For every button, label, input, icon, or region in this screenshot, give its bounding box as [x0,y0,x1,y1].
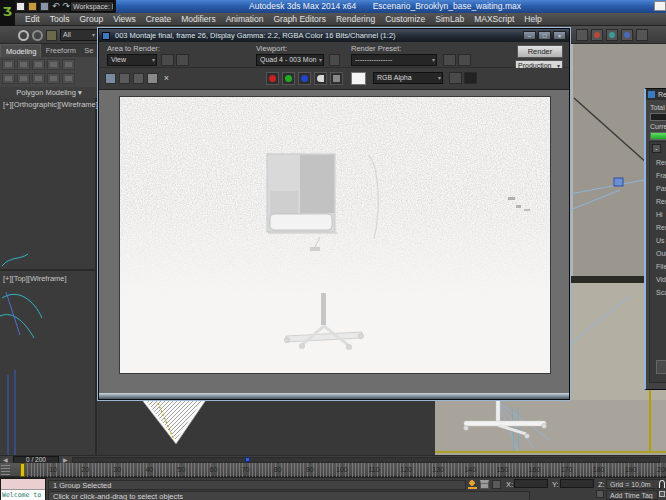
polygon-tool-icon[interactable] [32,59,45,70]
polygon-tool-icon[interactable] [2,73,15,84]
maximize-icon[interactable]: □ [538,31,551,40]
menu-item[interactable]: Rendering [331,14,380,24]
pan-view-icon[interactable] [659,480,665,488]
chevron-down-icon: ▾ [319,55,322,65]
viewport-orthographic[interactable]: [+][Orthographic][Wireframe] [+][Top][Wi… [0,98,97,455]
unlink-selection-icon[interactable] [32,30,43,41]
ruler-tick-label: 30 [101,466,133,476]
listener-macro-row[interactable] [1,479,45,490]
menu-item[interactable]: MAXScript [469,14,519,24]
x-coord-field[interactable] [514,479,548,488]
render-preset-dropdown[interactable]: ---------------- ▾ [351,54,437,66]
toggle-ui-icon[interactable] [464,72,477,84]
ruler-tick-label: 160 [518,466,550,476]
menu-item[interactable]: Create [141,14,177,24]
red-channel-icon[interactable] [266,72,279,85]
blue-channel-icon[interactable] [298,72,311,85]
monochrome-icon[interactable] [330,72,343,85]
select-and-link-icon[interactable] [18,30,29,41]
workspace-dropdown[interactable]: Workspace: Default ▾ [70,1,114,12]
3dsmax-logo-icon[interactable]: Ӡ [0,0,15,26]
polygon-tool-icon[interactable] [62,73,75,84]
open-file-icon[interactable] [28,2,37,11]
layer-icon[interactable] [449,72,462,84]
dialog-title-bar[interactable]: Rend [646,89,666,100]
redo-icon[interactable]: ↷ [63,2,71,11]
infocenter-search-input[interactable] [654,1,666,11]
polygon-tool-icon[interactable] [2,59,15,70]
vfb-title-bar[interactable]: 003 Montaje final, frame 26, Display Gam… [99,29,569,42]
y-coord-field[interactable] [560,479,594,488]
selection-lock-icon[interactable] [480,480,489,489]
track-options-icon[interactable] [1,465,10,475]
ribbon-button-row [2,73,75,84]
ribbon-footer[interactable]: Polygon Modeling ▾ [0,87,98,98]
lock-viewport-icon[interactable] [329,54,340,66]
current-task-label: Current T [650,123,666,130]
polygon-tool-icon[interactable] [32,73,45,84]
undo-icon[interactable]: ↶ [52,2,60,11]
tab-modeling[interactable]: Modeling [0,44,41,57]
mirror-icon[interactable] [576,29,588,41]
copy-image-icon[interactable] [119,73,130,84]
new-file-icon[interactable] [16,2,25,11]
viewport-ortho-label[interactable]: [+][Orthographic][Wireframe] [3,100,98,109]
channel-display-dropdown[interactable]: RGB Alpha ▾ [373,72,443,84]
animation-key-marker[interactable] [245,457,250,462]
polygon-tool-icon[interactable] [47,59,60,70]
time-slider-playhead[interactable] [20,463,25,477]
clone-window-icon[interactable] [133,73,144,84]
dialog-button[interactable] [656,360,666,374]
polygon-tool-icon[interactable] [62,59,75,70]
material-editor-icon[interactable] [591,29,603,41]
menu-item[interactable]: SimLab [430,14,469,24]
tab-selection[interactable]: Se [79,44,98,57]
listener-text[interactable]: Welcome to M [1,490,45,500]
menu-item[interactable]: Tools [45,14,75,24]
clear-image-icon[interactable]: × [161,73,172,84]
time-slider-ruler[interactable]: 1020304050607080901001101201301401501601… [0,463,666,477]
set-key-icon[interactable] [468,480,477,489]
rollout-collapse-button[interactable]: - [652,144,661,153]
selection-filter-dropdown[interactable]: All ▾ [60,29,98,41]
absolute-mode-icon[interactable] [492,480,501,489]
auto-region-icon[interactable] [176,54,189,66]
maxscript-mini-listener[interactable]: Welcome to M [0,478,46,500]
menu-item[interactable]: Graph Editors [268,14,330,24]
bind-to-space-warp-icon[interactable] [46,30,57,41]
close-icon[interactable]: × [553,31,566,40]
green-channel-icon[interactable] [282,72,295,85]
polygon-tool-icon[interactable] [17,59,30,70]
render-setup-icon[interactable] [606,29,618,41]
save-image-icon[interactable] [105,73,116,84]
polygon-tool-icon[interactable] [17,73,30,84]
ruler-tick-label: 200 [647,466,666,476]
color-swatch[interactable] [351,72,366,85]
add-time-tag-button[interactable]: Add Time Tag [606,490,658,500]
menu-item[interactable]: Views [108,14,141,24]
minimize-icon[interactable]: – [523,31,536,40]
rendered-frame-window-icon[interactable] [621,29,633,41]
render-production-icon[interactable] [636,29,648,41]
render-setup-icon[interactable] [443,54,456,66]
top-view-wireframe [0,280,96,455]
menu-item[interactable]: Help [519,14,546,24]
save-icon[interactable] [40,2,49,11]
zoom-extents-icon[interactable] [659,491,665,497]
menu-item[interactable]: Customize [380,14,430,24]
menu-item[interactable]: Edit [20,14,45,24]
time-tag-icon[interactable] [596,490,604,498]
viewport-dropdown[interactable]: Quad 4 - 003 Mon ▾ [256,54,324,66]
viewport-bottom-strip[interactable] [98,400,666,455]
tab-freeform[interactable]: Freeform [41,44,80,57]
menu-item[interactable]: Modifiers [176,14,220,24]
polygon-tool-icon[interactable] [47,73,60,84]
alpha-channel-icon[interactable] [314,72,327,85]
render-button[interactable]: Render [517,45,563,58]
menu-item[interactable]: Group [75,14,109,24]
menu-item[interactable]: Animation [221,14,269,24]
environment-icon[interactable] [458,54,471,66]
edit-region-icon[interactable] [161,54,174,66]
print-image-icon[interactable] [147,73,158,84]
area-to-render-dropdown[interactable]: View ▾ [107,54,157,66]
